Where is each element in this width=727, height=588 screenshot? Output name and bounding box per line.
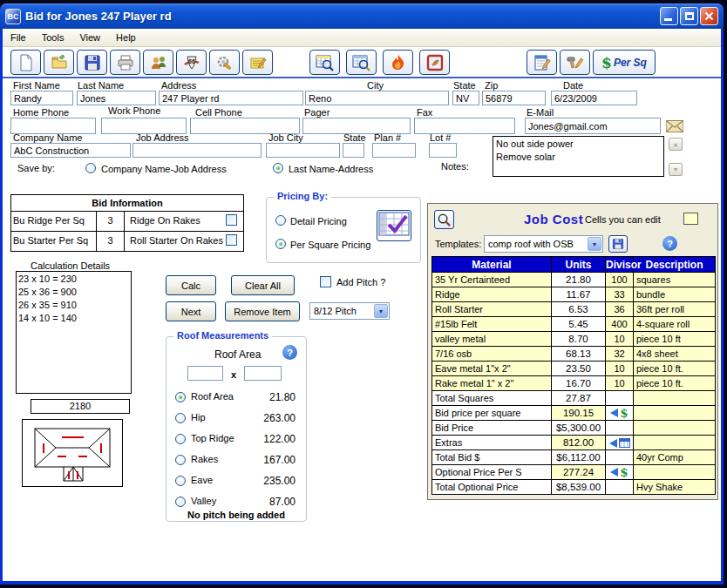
divisor-cell[interactable]: 400 — [606, 317, 634, 332]
new-document-button[interactable] — [10, 50, 41, 75]
per-square-pricing-radio[interactable] — [275, 239, 286, 249]
route-button[interactable]: 66 — [176, 50, 207, 75]
chevron-down-icon[interactable]: ▼ — [374, 304, 388, 318]
eave-radio[interactable] — [175, 476, 186, 486]
description-cell[interactable] — [634, 421, 716, 436]
notes-textarea[interactable]: No out side power Remove solar — [493, 136, 664, 177]
job-cost-help-icon[interactable]: ? — [662, 236, 677, 251]
roof-help-icon[interactable]: ? — [282, 345, 297, 360]
notes-scrollbar[interactable]: ▲ ▼ — [669, 138, 683, 176]
ridge-on-rakes-checkbox[interactable] — [226, 214, 237, 226]
description-cell[interactable]: 4x8 sheet — [634, 347, 716, 362]
bid-info-value[interactable]: 3 — [97, 212, 125, 231]
next-button[interactable]: Next — [166, 301, 216, 321]
address-input[interactable] — [159, 91, 303, 105]
state-input[interactable] — [452, 91, 479, 105]
first-name-input[interactable] — [10, 91, 73, 105]
divisor-cell[interactable]: 36 — [606, 302, 634, 317]
schedule-search-button[interactable] — [346, 50, 377, 75]
divisor-cell[interactable]: 100 — [606, 273, 634, 287]
pitch-dropdown[interactable]: 8/12 Pitch ▼ — [309, 302, 390, 320]
calculation-listbox[interactable]: 23 x 10 = 230 25 x 36 = 900 26 x 35 = 91… — [16, 271, 132, 394]
divisor-cell[interactable]: 33 — [606, 287, 634, 302]
roll-starter-on-rakes-checkbox[interactable] — [226, 234, 237, 246]
per-sq-button[interactable]: $ Per Sq — [593, 50, 656, 75]
calc-button[interactable]: Calc — [166, 275, 216, 295]
valley-radio[interactable] — [175, 497, 186, 507]
description-cell[interactable] — [634, 406, 716, 421]
bid-info-value[interactable]: 3 — [97, 232, 125, 252]
menu-help[interactable]: Help — [108, 30, 144, 44]
minimize-button[interactable] — [660, 7, 678, 25]
description-cell[interactable]: piece 10 ft. — [634, 362, 716, 376]
menu-file[interactable]: File — [3, 30, 34, 44]
contacts-button[interactable] — [143, 50, 173, 75]
calculation-line[interactable]: 26 x 35 = 910 — [18, 299, 129, 312]
description-cell[interactable] — [634, 436, 716, 450]
material-cell[interactable]: 7/16 osb — [432, 347, 552, 362]
settings-button[interactable] — [209, 50, 240, 75]
close-button[interactable] — [700, 7, 718, 25]
save-by-lastname-radio[interactable] — [273, 163, 283, 173]
divisor-cell[interactable]: 10 — [606, 332, 634, 347]
job-city-input[interactable] — [266, 143, 340, 158]
description-cell[interactable]: Hvy Shake — [634, 480, 716, 495]
tools-edit-button[interactable] — [560, 50, 590, 75]
scroll-up-icon[interactable]: ▲ — [669, 138, 683, 151]
send-email-button[interactable] — [666, 120, 683, 133]
recalc-dollar-button[interactable]: $ — [606, 465, 634, 480]
plan-input[interactable] — [372, 143, 416, 158]
remove-item-button[interactable]: Remove Item — [225, 301, 300, 321]
chevron-down-icon[interactable]: ▼ — [588, 237, 601, 251]
rakes-radio[interactable] — [175, 455, 186, 465]
divisor-cell[interactable]: 10 — [606, 376, 634, 391]
menu-tools[interactable]: Tools — [34, 30, 72, 44]
material-cell[interactable]: 35 Yr Certainteed — [432, 273, 552, 287]
hot-sheet-button[interactable] — [383, 50, 413, 75]
description-cell[interactable]: squares — [634, 273, 716, 287]
material-list-search-button[interactable] — [309, 50, 340, 75]
clear-all-button[interactable]: Clear All — [231, 275, 295, 295]
calculation-line[interactable]: 25 x 36 = 900 — [18, 286, 129, 299]
zip-input[interactable] — [482, 91, 546, 105]
job-cost-search-button[interactable] — [434, 210, 454, 229]
detail-pricing-radio[interactable] — [275, 215, 286, 226]
units-cell[interactable]: 277.24 — [552, 465, 606, 480]
top-ridge-radio[interactable] — [175, 434, 186, 444]
recalc-dollar-button[interactable]: $ — [606, 406, 634, 421]
job-address-input[interactable] — [132, 143, 262, 158]
last-name-input[interactable] — [77, 91, 156, 105]
templates-dropdown[interactable]: comp roof with OSB ▼ — [484, 235, 603, 253]
write-note-button[interactable] — [242, 50, 273, 75]
description-cell[interactable]: piece 10 ft. — [634, 376, 716, 391]
maximize-button[interactable] — [680, 7, 698, 25]
units-cell[interactable]: 812.00 — [552, 436, 606, 450]
description-cell[interactable]: bundle — [634, 287, 716, 302]
material-cell[interactable]: #15lb Felt — [432, 317, 552, 332]
description-cell[interactable]: 40yr Comp — [634, 450, 716, 465]
save-button[interactable] — [77, 50, 107, 75]
units-cell[interactable]: 190.15 — [552, 406, 606, 421]
hip-radio[interactable] — [175, 413, 186, 423]
save-template-button[interactable] — [608, 235, 628, 253]
calculation-line[interactable]: 14 x 10 = 140 — [18, 312, 129, 325]
email-input[interactable] — [525, 118, 661, 134]
description-cell[interactable] — [634, 465, 716, 480]
divisor-cell[interactable]: 32 — [606, 347, 634, 362]
company-name-input[interactable] — [10, 143, 131, 158]
roof-length-input[interactable] — [187, 366, 223, 381]
form-edit-button[interactable] — [527, 50, 557, 75]
calculation-line[interactable]: 23 x 10 = 230 — [18, 273, 129, 286]
material-cell[interactable]: Ridge — [432, 287, 552, 302]
menu-view[interactable]: View — [71, 30, 108, 44]
material-cell[interactable]: valley metal — [432, 332, 552, 347]
description-cell[interactable] — [634, 391, 716, 406]
save-by-company-radio[interactable] — [85, 163, 96, 173]
material-cell[interactable]: Roll Starter — [432, 302, 552, 317]
scroll-down-icon[interactable]: ▼ — [669, 163, 683, 176]
description-cell[interactable]: piece 10 ft — [634, 332, 716, 347]
date-input[interactable] — [551, 91, 637, 105]
job-state-input[interactable] — [343, 143, 364, 158]
roof-width-input[interactable] — [244, 366, 282, 381]
city-input[interactable] — [305, 91, 449, 105]
